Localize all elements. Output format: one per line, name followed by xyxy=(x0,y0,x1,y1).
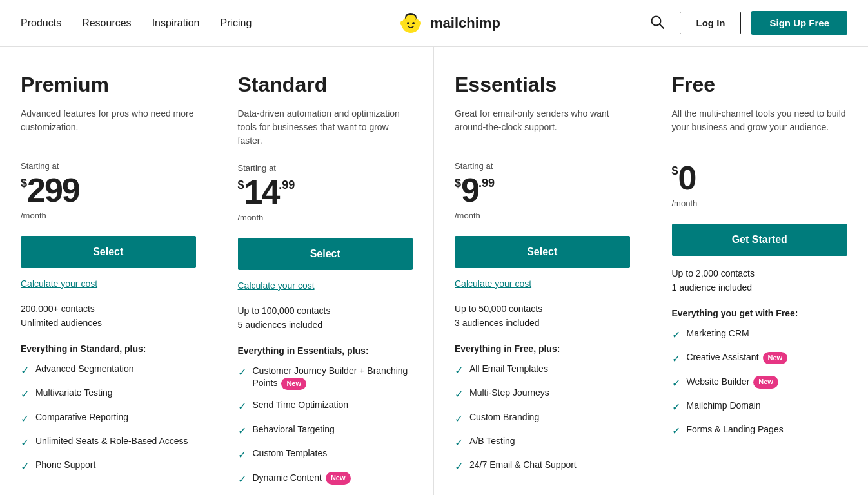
plan-card-essentials: Essentials Great for email-only senders … xyxy=(434,47,651,495)
check-icon: ✓ xyxy=(455,364,463,378)
feature-list: ✓ Marketing CRM ✓ Creative AssistantNew … xyxy=(672,327,848,439)
plan-pricing: Starting at $ 9 .99 /month xyxy=(455,161,630,220)
price-dollar: $ xyxy=(672,165,678,177)
signup-button[interactable]: Sign Up Free xyxy=(751,11,847,35)
badge-new: New xyxy=(326,472,351,484)
check-icon: ✓ xyxy=(21,387,29,402)
price-main: 299 xyxy=(27,173,79,207)
check-icon: ✓ xyxy=(455,436,463,450)
check-icon: ✓ xyxy=(238,472,246,487)
price-main: 9 xyxy=(461,173,478,207)
feature-item: ✓ Mailchimp Domain xyxy=(672,400,848,414)
logo-text: mailchimp xyxy=(430,15,500,32)
features-heading: Everything in Standard, plus: xyxy=(21,344,196,354)
price-row: $ 299 xyxy=(21,173,196,207)
feature-item: ✓ Comparative Reporting xyxy=(21,411,196,426)
feature-item: ✓ Forms & Landing Pages xyxy=(672,423,848,438)
svg-point-4 xyxy=(400,21,404,26)
price-cents: .99 xyxy=(279,179,295,191)
plan-select-button[interactable]: Select xyxy=(455,236,630,268)
starting-at: Starting at xyxy=(455,161,630,171)
price-period: /month xyxy=(21,211,196,220)
logo[interactable]: mailchimp xyxy=(397,9,500,37)
price-period: /month xyxy=(672,199,848,208)
feature-item: ✓ 24/7 Email & Chat Support xyxy=(455,459,630,474)
contacts-info: Up to 100,000 contacts5 audiences includ… xyxy=(238,304,413,333)
check-icon: ✓ xyxy=(21,436,29,450)
check-icon: ✓ xyxy=(238,448,246,462)
features-heading: Everything you get with Free: xyxy=(672,308,848,318)
feature-list: ✓ Advanced Segmentation ✓ Multivariate T… xyxy=(21,363,196,474)
feature-item: ✓ All Email Templates xyxy=(455,363,630,378)
plan-card-premium: Premium Advanced features for pros who n… xyxy=(0,47,217,495)
feature-item: ✓ Marketing CRM xyxy=(672,327,848,342)
nav-inspiration[interactable]: Inspiration xyxy=(152,17,200,29)
check-icon: ✓ xyxy=(21,412,29,426)
feature-text: Behavioral Targeting xyxy=(253,423,335,436)
plan-select-button[interactable]: Get Started xyxy=(672,224,848,256)
plan-card-standard: Standard Data-driven automation and opti… xyxy=(217,47,435,495)
feature-text: 24/7 Email & Chat Support xyxy=(469,459,577,472)
feature-text: Comparative Reporting xyxy=(35,411,128,424)
search-button[interactable] xyxy=(645,10,669,36)
login-button[interactable]: Log In xyxy=(680,12,741,34)
plan-pricing: $ 0 /month xyxy=(672,161,848,208)
feature-text: Send Time Optimization xyxy=(253,399,349,412)
feature-item: ✓ Unlimited Seats & Role-Based Access xyxy=(21,435,196,450)
contacts-info: Up to 50,000 contacts3 audiences include… xyxy=(455,302,630,331)
plan-name: Standard xyxy=(238,73,413,97)
features-heading: Everything in Essentials, plus: xyxy=(238,345,413,356)
svg-line-9 xyxy=(660,24,664,28)
price-period: /month xyxy=(238,213,413,222)
plan-desc: Advanced features for pros who need more… xyxy=(21,107,196,146)
feature-item: ✓ Multi-Step Journeys xyxy=(455,387,630,402)
feature-item: ✓ Advanced Segmentation xyxy=(21,363,196,378)
starting-at: Starting at xyxy=(21,161,196,171)
check-icon: ✓ xyxy=(455,387,463,402)
nav-pricing[interactable]: Pricing xyxy=(220,17,252,29)
plan-card-free: Free All the multi-channel tools you nee… xyxy=(651,47,869,495)
navigation: Products Resources Inspiration Pricing m… xyxy=(0,0,868,46)
calc-cost-link[interactable]: Calculate your cost xyxy=(455,278,630,289)
logo-icon xyxy=(397,9,425,37)
price-row: $ 9 .99 xyxy=(455,173,630,207)
feature-item: ✓ Custom Templates xyxy=(238,447,413,462)
nav-resources[interactable]: Resources xyxy=(82,17,131,29)
check-icon: ✓ xyxy=(455,460,463,474)
plan-name: Essentials xyxy=(455,73,630,97)
check-icon: ✓ xyxy=(238,365,246,380)
feature-text: Unlimited Seats & Role-Based Access xyxy=(35,435,188,448)
feature-item: ✓ A/B Testing xyxy=(455,435,630,450)
price-main: 14 xyxy=(244,175,279,209)
feature-text: A/B Testing xyxy=(469,435,515,448)
check-icon: ✓ xyxy=(238,424,246,438)
plan-desc: Data-driven automation and optimization … xyxy=(238,107,413,148)
badge-new: New xyxy=(753,376,778,388)
check-icon: ✓ xyxy=(455,412,463,426)
check-icon: ✓ xyxy=(672,424,680,438)
check-icon: ✓ xyxy=(21,364,29,378)
price-row: $ 0 xyxy=(672,161,848,195)
calc-cost-link[interactable]: Calculate your cost xyxy=(238,280,413,291)
feature-text: Phone Support xyxy=(35,459,95,472)
plan-name: Premium xyxy=(21,73,196,97)
check-icon: ✓ xyxy=(672,376,680,391)
svg-point-7 xyxy=(406,15,416,23)
nav-products[interactable]: Products xyxy=(21,17,61,29)
check-icon: ✓ xyxy=(672,352,680,366)
plan-pricing: Starting at $ 14 .99 /month xyxy=(238,163,413,222)
feature-text: Marketing CRM xyxy=(687,327,749,340)
price-cents: .99 xyxy=(478,177,495,189)
feature-item: ✓ Customer Journey Builder + Branching P… xyxy=(238,365,413,391)
plan-desc: All the multi-channel tools you need to … xyxy=(672,107,848,146)
nav-right: Log In Sign Up Free xyxy=(645,10,847,36)
feature-item: ✓ Dynamic ContentNew xyxy=(238,472,413,487)
price-row: $ 14 .99 xyxy=(238,175,413,209)
price-period: /month xyxy=(455,211,630,220)
nav-left: Products Resources Inspiration Pricing xyxy=(21,17,252,29)
plan-select-button[interactable]: Select xyxy=(21,236,196,268)
badge-new: New xyxy=(763,352,788,364)
plan-select-button[interactable]: Select xyxy=(238,238,413,270)
calc-cost-link[interactable]: Calculate your cost xyxy=(21,278,196,289)
feature-text: Dynamic ContentNew xyxy=(253,472,351,485)
